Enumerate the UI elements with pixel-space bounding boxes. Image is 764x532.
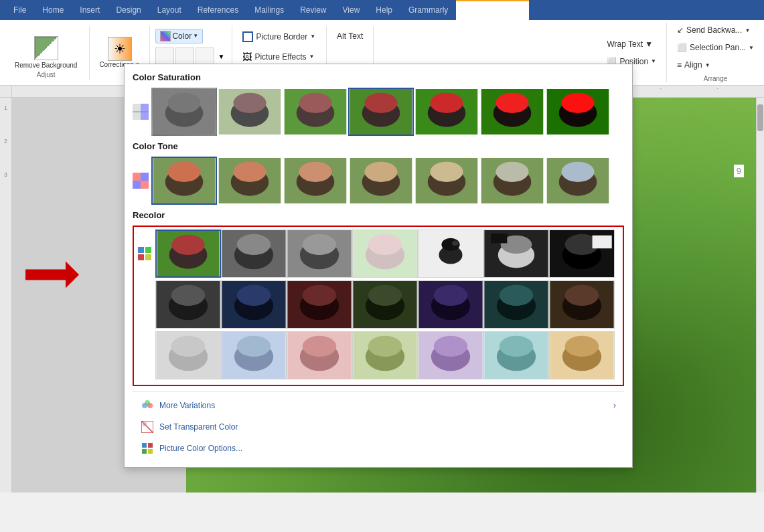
svg-rect-50	[138, 247, 144, 253]
recolor-dark-teal[interactable]	[483, 280, 549, 329]
recolor-light-pink[interactable]	[287, 331, 352, 379]
tone-thumb-5900[interactable]	[283, 157, 348, 205]
tone-thumb-4700[interactable]	[151, 157, 217, 205]
recolor-light-teal[interactable]	[483, 331, 549, 379]
recolor-dark-olive[interactable]	[352, 280, 418, 329]
tab-mailings[interactable]: Mailings	[246, 0, 292, 20]
tone-thumb-7700[interactable]	[479, 157, 545, 205]
picture-effects-button[interactable]: 🖼 Picture Effects ▼	[238, 49, 321, 65]
sat-thumb-166[interactable]	[479, 88, 545, 136]
picture-color-options-icon	[141, 442, 154, 455]
tone-row	[133, 157, 624, 205]
tone-thumb-6500[interactable]	[348, 157, 414, 205]
tone-thumb-8300[interactable]	[545, 157, 611, 205]
tab-view[interactable]: View	[335, 0, 368, 20]
recolor-light-gray[interactable]	[155, 331, 221, 379]
recolor-dark-brown[interactable]	[549, 280, 615, 329]
tab-picture-format[interactable]: Picture Format	[456, 0, 529, 20]
recolor-bw-50[interactable]	[287, 230, 352, 278]
svg-point-101	[171, 336, 206, 357]
svg-rect-25	[133, 173, 141, 181]
tab-layout[interactable]: Layout	[149, 0, 189, 20]
svg-rect-28	[141, 181, 149, 189]
ruler-left: 123	[0, 98, 12, 493]
svg-point-46	[495, 162, 528, 182]
set-transparent-item[interactable]: Set Transparent Color	[133, 416, 624, 438]
recolor-dark-blue[interactable]	[221, 280, 287, 329]
recolor-icon	[137, 246, 153, 262]
tab-home[interactable]: Home	[34, 0, 72, 20]
tab-insert[interactable]: Insert	[72, 0, 108, 20]
svg-point-24	[561, 93, 594, 113]
tab-help[interactable]: Help	[368, 0, 400, 20]
svg-point-119	[565, 336, 599, 357]
svg-point-21	[495, 93, 528, 113]
wrap-text-button[interactable]: Wrap Text ▼	[602, 37, 661, 52]
send-backward-button[interactable]: ↙ Send Backwa... ▼	[672, 23, 759, 37]
tab-design[interactable]: Design	[108, 0, 149, 20]
color-tone-title: Color Tone	[133, 141, 624, 151]
recolor-washout[interactable]	[352, 230, 418, 278]
color-panel: Color Saturation	[124, 64, 633, 468]
recolor-bw-25[interactable]	[418, 230, 483, 278]
remove-background-button[interactable]: Remove Background	[11, 35, 81, 70]
recolor-bw-85[interactable]	[549, 230, 615, 278]
svg-point-59	[237, 234, 271, 255]
tab-file[interactable]: File	[5, 0, 34, 20]
svg-rect-26	[141, 173, 149, 181]
ribbon-container: File Home Insert Design Layout Reference…	[0, 0, 764, 20]
recolor-grayscale[interactable]	[221, 230, 287, 278]
scrollbar-vertical[interactable]	[756, 98, 764, 493]
color-button[interactable]: Color ▼	[155, 29, 203, 43]
sat-thumb-0[interactable]	[151, 88, 217, 136]
recolor-light-blue[interactable]	[221, 331, 287, 379]
svg-point-6	[167, 93, 200, 113]
selection-pan-button[interactable]: ⬜ Selection Pan... ▼	[672, 40, 759, 55]
sat-thumb-200[interactable]	[545, 88, 611, 136]
recolor-bw-75[interactable]	[483, 230, 549, 278]
sat-thumb-66[interactable]	[283, 88, 348, 136]
svg-rect-125	[143, 422, 147, 426]
divider-1	[133, 391, 624, 392]
svg-rect-127	[148, 443, 153, 448]
recolor-dark-red[interactable]	[287, 280, 352, 329]
svg-rect-53	[145, 254, 151, 260]
alt-text-button[interactable]: Alt Text	[332, 29, 368, 43]
svg-point-116	[500, 336, 534, 357]
svg-point-56	[171, 235, 204, 255]
page-number: 9	[734, 165, 744, 177]
tone-thumb-7100[interactable]	[414, 157, 479, 205]
svg-point-40	[364, 162, 397, 182]
svg-point-107	[303, 336, 337, 357]
arrow-indicator	[25, 261, 79, 290]
sat-thumb-100[interactable]	[348, 88, 414, 136]
picture-color-options-item[interactable]: Picture Color Options...	[133, 438, 624, 459]
svg-point-37	[299, 162, 331, 182]
tab-review[interactable]: Review	[292, 0, 334, 20]
arrange-label: Arrange	[672, 75, 759, 82]
tab-references[interactable]: References	[189, 0, 246, 20]
svg-point-110	[368, 336, 402, 357]
recolor-no-recolor[interactable]	[155, 230, 221, 278]
align-button[interactable]: ≡ Align ▼	[672, 58, 759, 72]
svg-point-80	[171, 285, 206, 306]
sat-thumb-33[interactable]	[217, 88, 283, 136]
recolor-light-orange[interactable]	[549, 331, 615, 379]
arrange-group: ↙ Send Backwa... ▼ ⬜ Selection Pan... ▼ …	[666, 23, 759, 82]
svg-rect-77	[593, 236, 612, 248]
picture-border-button[interactable]: Picture Border ▼	[238, 29, 321, 45]
recolor-light-olive[interactable]	[352, 331, 418, 379]
svg-point-49	[561, 162, 594, 182]
recolor-dark-purple[interactable]	[418, 280, 483, 329]
recolor-light-purple[interactable]	[418, 331, 483, 379]
recolor-row-2	[137, 280, 620, 329]
recolor-dark-gray[interactable]	[155, 280, 221, 329]
scrollbar-thumb[interactable]	[757, 104, 763, 131]
tone-thumb-5300[interactable]	[217, 157, 283, 205]
more-variations-icon	[141, 399, 154, 412]
more-variations-item[interactable]: More Variations ›	[133, 395, 624, 416]
svg-point-18	[430, 93, 463, 113]
sat-thumb-133[interactable]	[414, 88, 479, 136]
tab-grammarly[interactable]: Grammarly	[400, 0, 456, 20]
svg-rect-51	[145, 247, 151, 253]
